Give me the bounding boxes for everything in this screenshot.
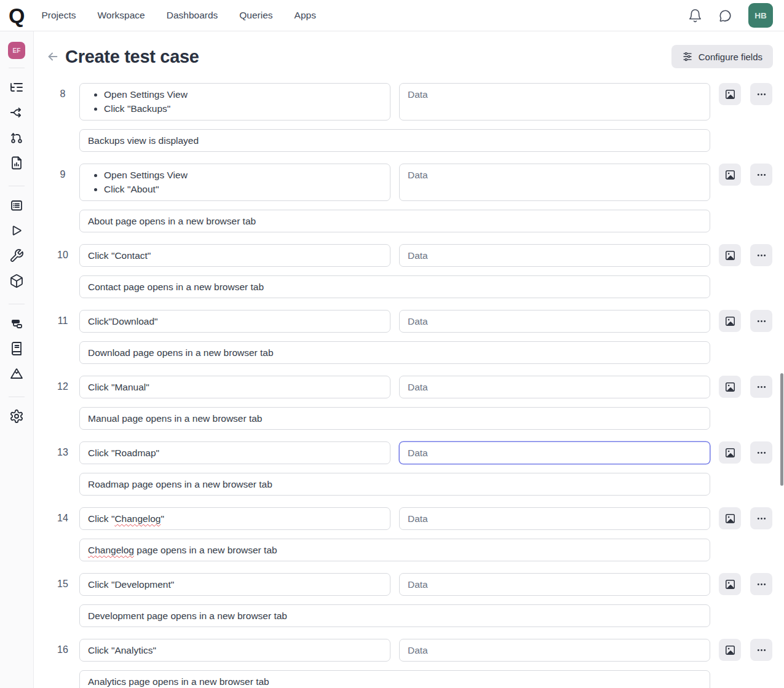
step-more-button[interactable] — [750, 573, 772, 595]
nav-item-apps[interactable]: Apps — [295, 10, 316, 21]
user-avatar[interactable]: HB — [748, 3, 773, 28]
sidebar-item-documentation[interactable] — [6, 338, 28, 360]
test-step: 10 Click "Contact" Data Co — [46, 244, 773, 298]
sidebar-item-configurations[interactable] — [6, 245, 28, 267]
sidebar-item-repository[interactable] — [6, 76, 28, 98]
step-expected-input[interactable]: Analytics page opens in a new browser ta… — [79, 670, 710, 688]
step-data-input[interactable]: Data — [399, 376, 710, 398]
sidebar-divider — [9, 304, 25, 304]
step-number: 10 — [46, 244, 79, 267]
step-more-button[interactable] — [750, 164, 772, 186]
ellipsis-icon — [756, 447, 767, 459]
test-steps-list: 8 Open Settings ViewClick "Backups" Data — [34, 83, 784, 688]
step-data-input[interactable]: Data — [399, 310, 710, 333]
step-more-button[interactable] — [750, 310, 772, 332]
test-step: 12 Click "Manual" Data Man — [46, 376, 773, 430]
ellipsis-icon — [756, 579, 767, 590]
attach-image-button[interactable] — [719, 376, 741, 398]
misspelled-word: Changelog — [88, 545, 134, 555]
step-expected-input[interactable]: Backups view is displayed — [79, 129, 710, 152]
attach-image-button[interactable] — [719, 639, 741, 661]
step-data-input[interactable]: Data — [399, 573, 710, 596]
step-expected-input[interactable]: Changelog page opens in a new browser ta… — [79, 539, 710, 561]
step-action-input[interactable]: Click "Roadmap" — [79, 441, 390, 464]
ellipsis-icon — [756, 250, 767, 261]
sidebar-item-runs[interactable] — [6, 219, 28, 242]
step-expected-input[interactable]: Development page opens in a new browser … — [79, 604, 710, 627]
step-expected-input[interactable]: Contact page opens in a new browser tab — [79, 275, 710, 298]
project-badge[interactable]: EF — [8, 42, 25, 59]
sidebar-item-settings[interactable] — [6, 405, 28, 427]
test-step: 16 Click "Analytics" Data — [46, 639, 773, 688]
attach-image-button[interactable] — [719, 83, 741, 105]
ellipsis-icon — [756, 381, 767, 393]
sidebar-item-test-cases[interactable] — [6, 194, 28, 216]
step-more-button[interactable] — [750, 507, 772, 529]
sidebar-item-milestones[interactable] — [6, 363, 28, 385]
test-step: 8 Open Settings ViewClick "Backups" Data — [46, 83, 773, 152]
sidebar-item-test-runs[interactable] — [6, 127, 28, 149]
attach-image-button[interactable] — [719, 441, 741, 464]
attach-image-button[interactable] — [719, 164, 741, 186]
configure-fields-label: Configure fields — [699, 52, 762, 62]
step-action-input[interactable]: Click"Download" — [79, 310, 390, 333]
sidebar-item-integrations[interactable] — [6, 312, 28, 334]
ellipsis-icon — [756, 169, 767, 181]
step-action-input[interactable]: Click "Development" — [79, 573, 390, 596]
image-icon — [724, 250, 736, 261]
step-action-input[interactable]: Open Settings ViewClick "About" — [79, 164, 390, 201]
step-action-input[interactable]: Click "Manual" — [79, 376, 390, 398]
step-more-button[interactable] — [750, 376, 772, 398]
sidebar-divider — [9, 68, 25, 68]
nav-item-projects[interactable]: Projects — [41, 10, 76, 21]
sidebar-item-shared-steps[interactable] — [6, 101, 28, 124]
step-expected-input[interactable]: Manual page opens in a new browser tab — [79, 407, 710, 430]
attach-image-button[interactable] — [719, 244, 741, 266]
configure-fields-button[interactable]: Configure fields — [671, 45, 773, 68]
step-number: 9 — [46, 164, 79, 201]
bell-icon[interactable] — [688, 9, 702, 23]
project-sidebar: EF — [0, 31, 34, 688]
step-number: 8 — [46, 83, 79, 121]
step-action-input[interactable]: Click "Contact" — [79, 244, 390, 267]
step-action-input[interactable]: Open Settings ViewClick "Backups" — [79, 83, 390, 121]
test-step: 15 Click "Development" Data — [46, 573, 773, 627]
step-expected-input[interactable]: About page opens in a new browser tab — [79, 210, 710, 232]
sidebar-item-environments[interactable] — [6, 270, 28, 292]
image-icon — [724, 644, 736, 656]
gear-icon — [9, 409, 24, 424]
image-icon — [724, 381, 736, 393]
nav-item-dashboards[interactable]: Dashboards — [167, 10, 218, 21]
chat-icon[interactable] — [718, 9, 732, 23]
back-arrow-icon[interactable] — [46, 50, 60, 63]
attach-image-button[interactable] — [719, 507, 741, 529]
step-data-input[interactable]: Data — [399, 83, 710, 121]
step-expected-input[interactable]: Download page opens in a new browser tab — [79, 341, 710, 364]
page-title: Create test case — [65, 47, 199, 67]
attach-image-button[interactable] — [719, 573, 741, 595]
step-data-input[interactable]: Data — [399, 639, 710, 662]
wrench-icon — [9, 248, 24, 263]
app-logo[interactable]: Q — [9, 5, 24, 26]
step-more-button[interactable] — [750, 83, 772, 105]
nav-item-workspace[interactable]: Workspace — [97, 10, 145, 21]
step-more-button[interactable] — [750, 244, 772, 266]
test-list-icon — [9, 198, 24, 213]
step-action-input[interactable]: Click "Analytics" — [79, 639, 390, 662]
step-more-button[interactable] — [750, 441, 772, 464]
test-step: 9 Open Settings ViewClick "About" Data — [46, 164, 773, 232]
step-expected-input[interactable]: Roadmap page opens in a new browser tab — [79, 473, 710, 496]
vertical-scrollbar[interactable] — [780, 373, 783, 486]
sidebar-item-reports[interactable] — [6, 152, 28, 174]
step-number: 16 — [46, 639, 79, 662]
step-data-input[interactable]: Data — [399, 244, 710, 267]
step-data-input[interactable]: Data — [399, 441, 710, 464]
step-data-input[interactable]: Data — [399, 507, 710, 530]
step-data-input[interactable]: Data — [399, 164, 710, 201]
step-action-input[interactable]: Click "Changelog" — [79, 507, 390, 530]
mountain-icon — [9, 366, 24, 381]
step-more-button[interactable] — [750, 639, 772, 661]
split-icon — [9, 105, 24, 120]
attach-image-button[interactable] — [719, 310, 741, 332]
nav-item-queries[interactable]: Queries — [239, 10, 272, 21]
